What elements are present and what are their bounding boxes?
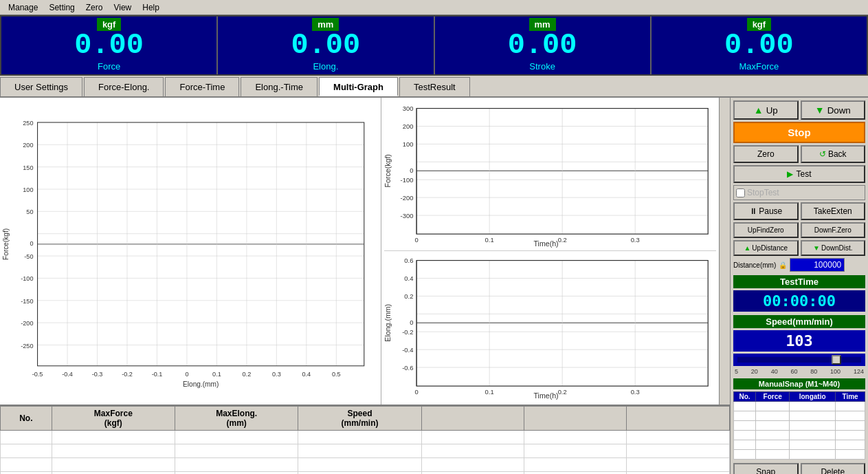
scale-40: 40 — [771, 368, 778, 375]
menu-manage[interactable]: Manage — [3, 1, 43, 14]
stoptest-checkbox[interactable] — [736, 188, 745, 197]
down-dist-button[interactable]: ▼ DownDist. — [801, 240, 866, 256]
stoptest-label: StopTest — [747, 188, 779, 197]
snap-row — [734, 431, 865, 440]
data-table-section: No. MaxForce(kgf) MaxElong.(mm) Speed(mm… — [0, 405, 730, 474]
svg-text:-0.5: -0.5 — [32, 371, 43, 378]
snap-row — [734, 450, 865, 460]
svg-text:0.1: 0.1 — [212, 371, 221, 378]
svg-text:0.3: 0.3 — [631, 236, 640, 244]
stroke-label: Stroke — [524, 60, 561, 73]
snap-delete-row: Snap Delete — [733, 463, 865, 474]
back-button[interactable]: ↺ Back — [801, 145, 866, 163]
up-distance-button[interactable]: ▲ UpDistance — [733, 240, 799, 256]
svg-text:0.1: 0.1 — [485, 236, 494, 244]
pause-button[interactable]: ⏸ Pause — [733, 202, 799, 220]
svg-text:100: 100 — [403, 140, 414, 148]
table-row — [1, 431, 730, 444]
right-panel: ▲ Up ▼ Down Stop Zero ↺ Back ▶ Test — [731, 98, 868, 474]
speed-section: Speed(mm/min) — [733, 315, 865, 328]
tab-force-elong[interactable]: Force-Elong. — [84, 77, 164, 96]
speed-slider[interactable] — [737, 357, 861, 363]
tab-user-settings[interactable]: User Settings — [0, 77, 82, 96]
svg-text:-50: -50 — [24, 253, 33, 260]
test-button[interactable]: ▶ Test — [733, 165, 865, 183]
svg-text:Force(kgf): Force(kgf) — [3, 228, 10, 260]
speed-value: 103 — [733, 330, 865, 352]
manualsnap-section: ManualSnap (M1~M40) — [733, 378, 865, 389]
tab-force-time[interactable]: Force-Time — [165, 77, 239, 96]
menu-setting[interactable]: Setting — [43, 1, 80, 14]
svg-text:0: 0 — [415, 387, 419, 395]
scale-124: 124 — [854, 368, 864, 375]
menu-zero[interactable]: Zero — [80, 1, 109, 14]
play-icon: ▶ — [787, 169, 793, 179]
svg-text:-100: -100 — [401, 176, 414, 184]
up-down-row: ▲ Up ▼ Down — [733, 100, 865, 120]
down-arrow-icon: ▼ — [815, 105, 825, 116]
left-area: 250 200 150 100 50 0 -50 -100 -150 -200 … — [0, 98, 731, 474]
snap-col-no: No. — [734, 392, 756, 402]
tab-elong-time[interactable]: Elong.-Time — [241, 77, 318, 96]
up-dist-icon: ▲ — [744, 244, 750, 252]
scale-60: 60 — [790, 368, 797, 375]
svg-text:-0.4: -0.4 — [402, 345, 413, 353]
svg-text:Elong.(mm): Elong.(mm) — [183, 380, 219, 388]
col-maxelong: MaxElong.(mm) — [175, 407, 298, 431]
maxforce-label: MaxForce — [733, 60, 784, 73]
col-extra3 — [627, 407, 730, 431]
stop-button[interactable]: Stop — [733, 122, 865, 143]
right-graphs-container: 300 200 100 0 -100 -200 -300 0 0.1 0.2 0… — [381, 98, 719, 405]
distance-row: Distance(mm) 🔒 — [733, 258, 865, 272]
svg-text:0: 0 — [185, 371, 188, 378]
svg-text:0.2: 0.2 — [558, 387, 567, 395]
svg-text:0.3: 0.3 — [631, 387, 640, 395]
elong-label: Elong. — [307, 60, 344, 73]
elong-time-graph: 0.6 0.4 0.2 0 -0.2 -0.4 -0.6 0 0.1 0.2 0… — [384, 252, 716, 402]
up-find-zero-button[interactable]: UpFindZero — [733, 222, 799, 238]
svg-text:-0.1: -0.1 — [152, 371, 163, 378]
svg-text:0.6: 0.6 — [404, 257, 413, 264]
svg-text:-0.3: -0.3 — [92, 371, 103, 378]
lock-icon: 🔒 — [779, 261, 787, 269]
snap-col-longatio: longatio — [790, 392, 836, 402]
display-bar: kgf 0.00 Force mm 0.00 Elong. mm 0.00 St… — [0, 15, 868, 76]
svg-text:-0.4: -0.4 — [62, 371, 73, 378]
svg-text:0: 0 — [30, 240, 33, 247]
table-row — [1, 444, 730, 458]
svg-text:-0.2: -0.2 — [402, 327, 413, 335]
down-f-zero-button[interactable]: DownF.Zero — [801, 222, 866, 238]
snap-button[interactable]: Snap — [733, 463, 799, 474]
display-elong: mm 0.00 Elong. — [218, 17, 434, 74]
svg-text:Time(h): Time(h) — [534, 391, 559, 399]
main-area: 250 200 150 100 50 0 -50 -100 -150 -200 … — [0, 98, 868, 474]
updist-downdist-row: ▲ UpDistance ▼ DownDist. — [733, 240, 865, 256]
col-speed: Speed(mm/min) — [298, 407, 421, 431]
svg-text:250: 250 — [23, 120, 33, 127]
svg-text:0.4: 0.4 — [404, 274, 413, 282]
svg-text:0.2: 0.2 — [404, 292, 413, 299]
refresh-icon: ↺ — [819, 149, 826, 159]
testtime-value: 00:00:00 — [733, 290, 865, 312]
down-button[interactable]: ▼ Down — [801, 100, 866, 120]
take-exten-button[interactable]: TakeExten — [801, 202, 866, 220]
up-button[interactable]: ▲ Up — [733, 100, 799, 120]
graph-scrollbar[interactable] — [719, 98, 730, 405]
force-elong-graph: 250 200 150 100 50 0 -50 -100 -150 -200 … — [3, 100, 378, 402]
menu-view[interactable]: View — [108, 1, 137, 14]
zero-button[interactable]: Zero — [733, 145, 799, 163]
menu-help[interactable]: Help — [137, 1, 165, 14]
force-time-graph: 300 200 100 0 -100 -200 -300 0 0.1 0.2 0… — [384, 100, 716, 251]
table-row — [1, 458, 730, 472]
delete-button[interactable]: Delete — [801, 463, 866, 474]
distance-input[interactable] — [790, 258, 845, 272]
results-table: No. MaxForce(kgf) MaxElong.(mm) Speed(mm… — [0, 406, 730, 474]
tab-testresult[interactable]: TestResult — [399, 77, 470, 96]
svg-text:150: 150 — [23, 164, 33, 171]
tab-multi-graph[interactable]: Multi-Graph — [319, 77, 398, 96]
maxforce-value: 0.00 — [724, 31, 794, 60]
col-no: No. — [1, 407, 52, 431]
svg-text:0.2: 0.2 — [558, 236, 567, 244]
up-arrow-icon: ▲ — [754, 105, 764, 116]
snap-row — [734, 440, 865, 450]
